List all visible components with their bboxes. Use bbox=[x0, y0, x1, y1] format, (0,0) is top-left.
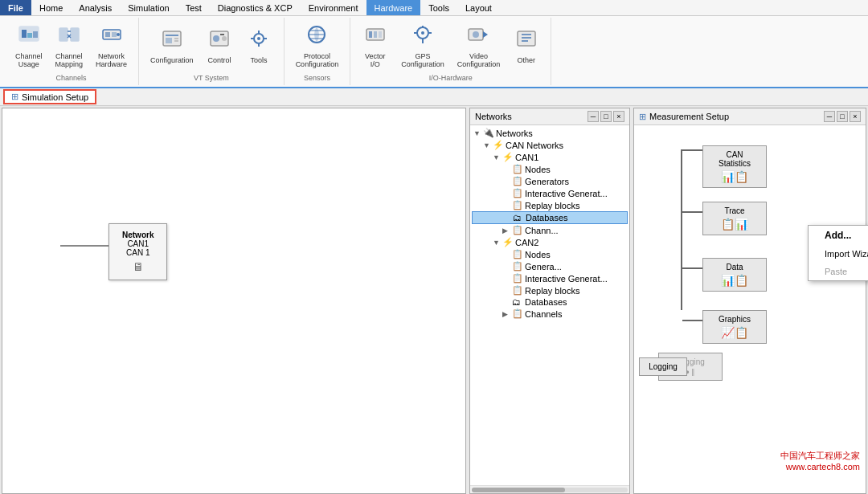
video-config-btn[interactable]: VideoConfiguration bbox=[452, 20, 506, 71]
menu-file[interactable]: File bbox=[0, 0, 31, 15]
menu-layout[interactable]: Layout bbox=[457, 0, 500, 15]
sensors-buttons: ProtocolConfiguration bbox=[291, 19, 344, 72]
can2-nodes-icon: 📋 bbox=[512, 249, 525, 259]
protocol-config-btn[interactable]: ProtocolConfiguration bbox=[291, 20, 344, 71]
graphics-label: Graphics bbox=[719, 315, 751, 324]
tree-can1[interactable]: ▼ ⚡ CAN1 bbox=[472, 151, 628, 163]
menu-simulation[interactable]: Simulation bbox=[120, 0, 177, 15]
interactive-gen-icon: 📋 bbox=[512, 188, 525, 198]
can1-icon: ⚡ bbox=[502, 152, 515, 162]
channels-group-label: Channels bbox=[10, 72, 132, 84]
networks-window-controls: ─ □ × bbox=[588, 111, 624, 122]
vector-io-btn[interactable]: VectorI/O bbox=[357, 20, 393, 71]
channel-usage-btn[interactable]: ChannelUsage bbox=[10, 20, 47, 71]
channel-mapping-icon bbox=[58, 23, 80, 51]
tree-databases[interactable]: 🗂 Databases bbox=[472, 211, 628, 224]
tree-scrollbar[interactable] bbox=[470, 485, 629, 493]
tree-can2-databases[interactable]: 🗂 Databases bbox=[472, 296, 628, 308]
can2-gen-icon: 📋 bbox=[512, 261, 525, 271]
networks-panel-title: Networks bbox=[475, 112, 512, 121]
configuration-btn[interactable]: Configuration bbox=[145, 24, 199, 67]
generators-icon: 📋 bbox=[512, 176, 525, 186]
networks-minimize-btn[interactable]: ─ bbox=[588, 111, 599, 122]
sim-content: Network CAN1 CAN 1 🖥 bbox=[4, 115, 464, 492]
menu-test[interactable]: Test bbox=[178, 0, 210, 15]
tree-networks-label: Networks bbox=[496, 129, 533, 138]
trace-box: Trace 📋📊 bbox=[702, 202, 767, 235]
tree-can-networks[interactable]: ▼ ⚡ CAN Networks bbox=[472, 139, 628, 151]
tree-can2-replay[interactable]: 📋 Replay blocks bbox=[472, 284, 628, 296]
menu-environment[interactable]: Environment bbox=[301, 0, 366, 15]
tools-btn[interactable]: Tools bbox=[241, 24, 277, 67]
meas-maximize-btn[interactable]: □ bbox=[837, 111, 848, 122]
other-icon bbox=[515, 27, 538, 55]
tree-interactive-gen-label: Interactive Generat... bbox=[525, 189, 608, 198]
vector-io-icon bbox=[364, 23, 387, 51]
data-icon: 📊📋 bbox=[711, 274, 758, 287]
channel-mapping-btn[interactable]: ChannelMapping bbox=[51, 20, 88, 71]
data-label: Data bbox=[726, 263, 743, 271]
meas-close-btn[interactable]: × bbox=[850, 111, 861, 122]
databases-icon: 🗂 bbox=[513, 213, 526, 223]
scrollbar-thumb bbox=[472, 488, 565, 492]
tree-can2[interactable]: ▼ ⚡ CAN2 bbox=[472, 236, 628, 248]
tree-can2-interactive-label: Interactive Generat... bbox=[525, 274, 608, 284]
svg-rect-45 bbox=[518, 31, 535, 46]
svg-rect-15 bbox=[166, 38, 172, 43]
menu-analysis[interactable]: Analysis bbox=[71, 0, 120, 15]
tree-networks[interactable]: ▼ 🔌 Networks bbox=[472, 127, 628, 139]
ctx-import-wizard[interactable]: Import Wizard... bbox=[809, 245, 868, 263]
meas-title-label: Measurement Setup bbox=[649, 112, 729, 121]
svg-rect-35 bbox=[379, 31, 382, 38]
networks-title-bar: Networks ─ □ × bbox=[470, 108, 629, 125]
can-stats-box: CAN Statistics 📊📋 bbox=[702, 145, 767, 188]
tools-icon bbox=[248, 27, 270, 55]
network-hardware-btn[interactable]: NetworkHardware bbox=[91, 20, 132, 71]
svg-rect-21 bbox=[220, 34, 224, 35]
simulation-setup-tab[interactable]: ⊞ Simulation Setup bbox=[3, 89, 96, 104]
vector-io-label: VectorI/O bbox=[365, 52, 386, 68]
tree-generators[interactable]: 📋 Generators bbox=[472, 175, 628, 187]
measurement-setup-panel: ⊞ Measurement Setup ─ □ × CAN Statistics… bbox=[633, 108, 866, 494]
data-box: Data 📊📋 bbox=[702, 258, 767, 292]
main-v-line bbox=[681, 149, 682, 310]
tree-can2-channels-label: Channels bbox=[525, 309, 562, 319]
gps-config-btn[interactable]: GPSConfiguration bbox=[396, 20, 449, 71]
tree-can2-channels[interactable]: ▶ 📋 Channels bbox=[472, 308, 628, 320]
network-hardware-label: NetworkHardware bbox=[96, 52, 127, 68]
tree-can2-interactive[interactable]: 📋 Interactive Generat... bbox=[472, 272, 628, 284]
measurement-title-bar: ⊞ Measurement Setup ─ □ × bbox=[634, 108, 866, 125]
menu-hardware[interactable]: Hardware bbox=[366, 0, 421, 15]
video-config-label: VideoConfiguration bbox=[457, 52, 501, 68]
vt-buttons: Configuration Control Tools bbox=[145, 19, 277, 72]
menu-diagnostics[interactable]: Diagnostics & XCP bbox=[210, 0, 301, 15]
meas-minimize-btn[interactable]: ─ bbox=[824, 111, 835, 122]
network-block: Network CAN1 CAN 1 🖥 bbox=[108, 223, 167, 280]
control-label: Control bbox=[208, 56, 231, 64]
tree-can2-nodes[interactable]: 📋 Nodes bbox=[472, 248, 628, 260]
tree-databases-label: Databases bbox=[526, 213, 568, 223]
networks-close-btn[interactable]: × bbox=[613, 111, 624, 122]
other-btn[interactable]: Other bbox=[508, 24, 544, 67]
networks-maximize-btn[interactable]: □ bbox=[600, 111, 612, 122]
tree-channels-can1[interactable]: ▶ 📋 Chann... bbox=[472, 224, 628, 236]
sensors-group-label: Sensors bbox=[291, 72, 344, 84]
ctx-paste[interactable]: Paste bbox=[809, 263, 868, 280]
svg-rect-2 bbox=[27, 33, 32, 38]
ribbon-group-io: VectorI/O GPSConfiguration VideoConfigur… bbox=[350, 18, 551, 85]
tree-can2-replay-label: Replay blocks bbox=[525, 286, 579, 296]
networks-panel: Networks ─ □ × ▼ 🔌 Networks ▼ ⚡ CAN Netw… bbox=[469, 108, 630, 494]
simulation-setup-panel: Network CAN1 CAN 1 🖥 bbox=[2, 108, 466, 494]
ctx-add[interactable]: Add... bbox=[809, 226, 868, 245]
menu-home[interactable]: Home bbox=[31, 0, 71, 15]
ribbon: ChannelUsage ChannelMapping NetworkHardw… bbox=[0, 16, 868, 88]
io-buttons: VectorI/O GPSConfiguration VideoConfigur… bbox=[357, 19, 544, 72]
tree-can2-gen[interactable]: 📋 Genera... bbox=[472, 260, 628, 272]
svg-point-44 bbox=[473, 31, 479, 38]
tree-nodes[interactable]: 📋 Nodes bbox=[472, 163, 628, 175]
tree-replay[interactable]: 📋 Replay blocks bbox=[472, 199, 628, 211]
tree-interactive-gen[interactable]: 📋 Interactive Generat... bbox=[472, 187, 628, 199]
control-btn[interactable]: Control bbox=[202, 24, 238, 67]
gps-config-icon bbox=[411, 23, 434, 51]
menu-tools[interactable]: Tools bbox=[420, 0, 457, 15]
